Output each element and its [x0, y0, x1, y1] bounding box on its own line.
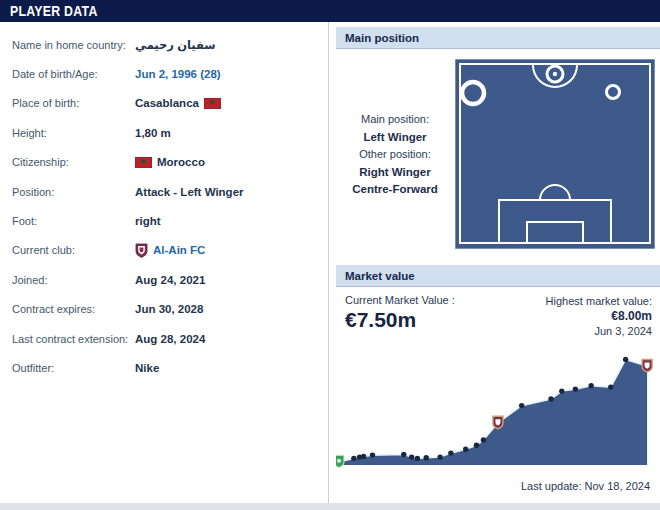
- other-position-label: Other position:: [336, 146, 454, 164]
- market-value-area: [339, 359, 647, 465]
- market-value-point[interactable]: [401, 452, 406, 457]
- main-position-body: Main position: Left Winger Other positio…: [336, 49, 660, 260]
- info-row-name-in-home-country: Name in home country:سفيان رحيمي: [0, 30, 328, 59]
- info-label-place-of-birth: Place of birth:: [12, 97, 135, 109]
- info-row-height: Height:1,80 m: [0, 118, 328, 147]
- al-ain-crest-marker-icon[interactable]: [493, 416, 503, 429]
- main-position-header-label: Main position: [345, 32, 419, 44]
- market-value-point[interactable]: [548, 396, 553, 401]
- info-label-last-contract-extension: Last contract extension:: [12, 333, 135, 345]
- market-value-point[interactable]: [481, 437, 486, 442]
- info-value-citizenship: Morocco: [135, 156, 205, 168]
- column-divider: [328, 22, 329, 503]
- pitch-graphic: [455, 59, 655, 249]
- info-row-outfitter: Outfitter:Nike: [0, 353, 328, 382]
- main-position-label: Main position:: [336, 111, 454, 129]
- market-value-point[interactable]: [370, 452, 375, 457]
- player-info-panel: Name in home country:سفيان رحيميDate of …: [0, 22, 328, 383]
- last-update-text: Last update: Nov 18, 2024: [336, 475, 660, 492]
- highest-market-value-date: Jun 3, 2024: [546, 324, 652, 339]
- al-ain-crest-icon: [135, 243, 148, 258]
- al-ain-crest-marker-icon[interactable]: [642, 360, 652, 373]
- market-value-point[interactable]: [588, 383, 593, 388]
- market-value-point[interactable]: [474, 443, 479, 448]
- market-value-point[interactable]: [623, 357, 628, 362]
- info-label-foot: Foot:: [12, 215, 135, 227]
- market-value-point[interactable]: [361, 454, 366, 459]
- right-winger-marker: [607, 86, 620, 99]
- highest-market-value-label: Highest market value:: [546, 294, 652, 309]
- info-row-place-of-birth: Place of birth:Casablanca: [0, 89, 328, 118]
- info-value-text[interactable]: Al-Ain FC: [153, 244, 205, 256]
- info-value-foot: right: [135, 215, 161, 227]
- info-label-contract-expires: Contract expires:: [12, 303, 135, 315]
- info-value-text: Morocco: [157, 156, 205, 168]
- highest-market-value-block: Highest market value: €8.00m Jun 3, 2024: [546, 294, 652, 339]
- current-market-value: €7.50m: [345, 308, 455, 332]
- market-value-point[interactable]: [608, 384, 613, 389]
- info-label-date-of-birth-age: Date of birth/Age:: [12, 68, 135, 80]
- market-value-point[interactable]: [437, 454, 442, 459]
- info-label-name-in-home-country: Name in home country:: [12, 39, 135, 51]
- market-value-header-label: Market value: [345, 270, 415, 282]
- info-row-position: Position:Attack - Left Winger: [0, 177, 328, 206]
- bottom-strip: [0, 503, 660, 510]
- main-position-header: Main position: [336, 27, 660, 49]
- page-title-bar: PLAYER DATA: [0, 0, 660, 22]
- right-column: Main position Main position: Left Winger…: [336, 22, 660, 492]
- market-value-point[interactable]: [559, 388, 564, 393]
- info-value-current-club[interactable]: Al-Ain FC: [135, 243, 205, 258]
- info-value-text: Jun 30, 2028: [135, 303, 203, 315]
- info-row-date-of-birth-age: Date of birth/Age:Jun 2, 1996 (28): [0, 59, 328, 88]
- info-row-citizenship: Citizenship:Morocco: [0, 148, 328, 177]
- info-value-last-contract-extension: Aug 28, 2024: [135, 333, 205, 345]
- info-value-text: سفيان رحيمي: [135, 38, 216, 52]
- raja-crest-marker-icon[interactable]: [336, 455, 344, 468]
- market-value-point[interactable]: [448, 450, 453, 455]
- other-position-value-1: Right Winger: [336, 164, 454, 182]
- position-text-block: Main position: Left Winger Other positio…: [336, 111, 454, 199]
- market-value-panel: Market value Current Market Value : €7.5…: [336, 265, 660, 492]
- info-label-joined: Joined:: [12, 274, 135, 286]
- morocco-flag-icon: [204, 98, 221, 109]
- info-value-place-of-birth: Casablanca: [135, 97, 221, 109]
- info-value-date-of-birth-age[interactable]: Jun 2, 1996 (28): [135, 68, 221, 80]
- info-value-text: right: [135, 215, 161, 227]
- current-market-value-block: Current Market Value : €7.50m: [345, 294, 455, 339]
- market-value-point[interactable]: [519, 403, 524, 408]
- market-value-chart[interactable]: [336, 351, 660, 475]
- market-value-point[interactable]: [415, 456, 420, 461]
- left-winger-marker: [462, 82, 484, 104]
- market-value-point[interactable]: [351, 456, 356, 461]
- player-data-page: PLAYER DATA Name in home country:سفيان ر…: [0, 0, 660, 510]
- info-value-text: 1,80 m: [135, 127, 171, 139]
- centre-forward-marker-dot: [553, 72, 557, 76]
- info-row-last-contract-extension: Last contract extension:Aug 28, 2024: [0, 324, 328, 353]
- market-value-point[interactable]: [409, 454, 414, 459]
- info-value-text: Nike: [135, 362, 159, 374]
- info-value-contract-expires: Jun 30, 2028: [135, 303, 203, 315]
- current-market-value-label: Current Market Value :: [345, 294, 455, 306]
- main-position-value: Left Winger: [336, 129, 454, 147]
- other-position-value-2: Centre-Forward: [336, 181, 454, 199]
- info-row-joined: Joined:Aug 24, 2021: [0, 265, 328, 294]
- main-position-panel: Main position Main position: Left Winger…: [336, 27, 660, 260]
- info-label-position: Position:: [12, 186, 135, 198]
- info-value-height: 1,80 m: [135, 127, 171, 139]
- market-value-point[interactable]: [573, 386, 578, 391]
- info-value-name-in-home-country: سفيان رحيمي: [135, 38, 216, 52]
- market-value-point[interactable]: [463, 446, 468, 451]
- highest-market-value: €8.00m: [546, 309, 652, 324]
- info-value-text: Aug 24, 2021: [135, 274, 205, 286]
- market-value-body: Current Market Value : €7.50m Highest ma…: [336, 287, 660, 492]
- info-value-text[interactable]: Jun 2, 1996 (28): [135, 68, 221, 80]
- market-value-point[interactable]: [424, 455, 429, 460]
- market-value-header: Market value: [336, 265, 660, 287]
- info-label-current-club: Current club:: [12, 244, 135, 256]
- info-value-outfitter: Nike: [135, 362, 159, 374]
- info-value-position: Attack - Left Winger: [135, 186, 244, 198]
- info-label-citizenship: Citizenship:: [12, 156, 135, 168]
- info-value-text: Attack - Left Winger: [135, 186, 244, 198]
- info-row-foot: Foot:right: [0, 206, 328, 235]
- info-value-text: Aug 28, 2024: [135, 333, 205, 345]
